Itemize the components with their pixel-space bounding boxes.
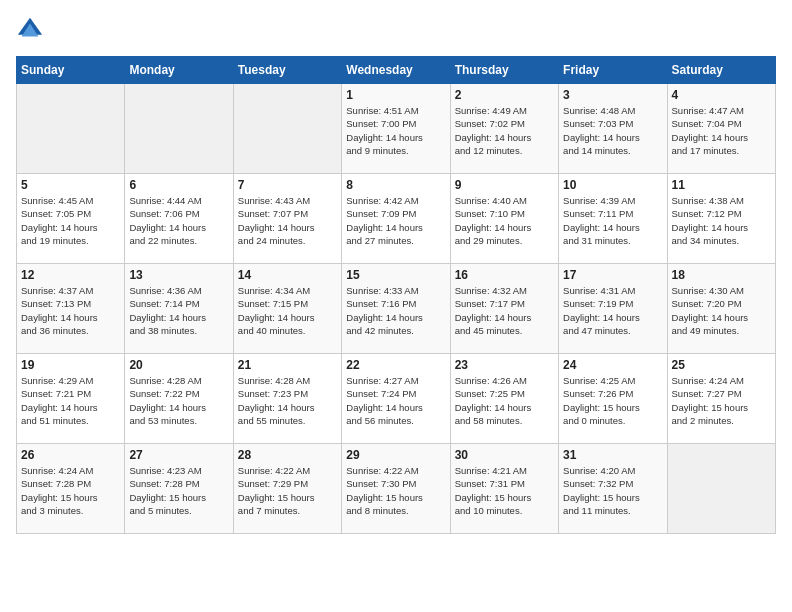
day-number: 25 <box>672 358 771 372</box>
day-info: Sunrise: 4:32 AM Sunset: 7:17 PM Dayligh… <box>455 284 554 337</box>
calendar-cell: 28Sunrise: 4:22 AM Sunset: 7:29 PM Dayli… <box>233 444 341 534</box>
calendar-cell: 24Sunrise: 4:25 AM Sunset: 7:26 PM Dayli… <box>559 354 667 444</box>
calendar-cell: 31Sunrise: 4:20 AM Sunset: 7:32 PM Dayli… <box>559 444 667 534</box>
day-info: Sunrise: 4:20 AM Sunset: 7:32 PM Dayligh… <box>563 464 662 517</box>
weekday-header-tuesday: Tuesday <box>233 57 341 84</box>
day-info: Sunrise: 4:29 AM Sunset: 7:21 PM Dayligh… <box>21 374 120 427</box>
day-info: Sunrise: 4:21 AM Sunset: 7:31 PM Dayligh… <box>455 464 554 517</box>
day-info: Sunrise: 4:47 AM Sunset: 7:04 PM Dayligh… <box>672 104 771 157</box>
week-row-5: 26Sunrise: 4:24 AM Sunset: 7:28 PM Dayli… <box>17 444 776 534</box>
day-info: Sunrise: 4:33 AM Sunset: 7:16 PM Dayligh… <box>346 284 445 337</box>
day-number: 30 <box>455 448 554 462</box>
weekday-header-monday: Monday <box>125 57 233 84</box>
weekday-header-friday: Friday <box>559 57 667 84</box>
day-info: Sunrise: 4:31 AM Sunset: 7:19 PM Dayligh… <box>563 284 662 337</box>
calendar-header: SundayMondayTuesdayWednesdayThursdayFrid… <box>17 57 776 84</box>
day-number: 6 <box>129 178 228 192</box>
day-info: Sunrise: 4:48 AM Sunset: 7:03 PM Dayligh… <box>563 104 662 157</box>
day-info: Sunrise: 4:45 AM Sunset: 7:05 PM Dayligh… <box>21 194 120 247</box>
calendar-cell: 29Sunrise: 4:22 AM Sunset: 7:30 PM Dayli… <box>342 444 450 534</box>
calendar-cell: 23Sunrise: 4:26 AM Sunset: 7:25 PM Dayli… <box>450 354 558 444</box>
calendar-cell: 15Sunrise: 4:33 AM Sunset: 7:16 PM Dayli… <box>342 264 450 354</box>
day-number: 9 <box>455 178 554 192</box>
day-number: 27 <box>129 448 228 462</box>
day-number: 31 <box>563 448 662 462</box>
day-info: Sunrise: 4:44 AM Sunset: 7:06 PM Dayligh… <box>129 194 228 247</box>
weekday-header-saturday: Saturday <box>667 57 775 84</box>
calendar-cell: 9Sunrise: 4:40 AM Sunset: 7:10 PM Daylig… <box>450 174 558 264</box>
weekday-header-thursday: Thursday <box>450 57 558 84</box>
day-info: Sunrise: 4:23 AM Sunset: 7:28 PM Dayligh… <box>129 464 228 517</box>
day-number: 23 <box>455 358 554 372</box>
day-info: Sunrise: 4:25 AM Sunset: 7:26 PM Dayligh… <box>563 374 662 427</box>
calendar-cell: 19Sunrise: 4:29 AM Sunset: 7:21 PM Dayli… <box>17 354 125 444</box>
calendar-cell <box>17 84 125 174</box>
day-info: Sunrise: 4:22 AM Sunset: 7:29 PM Dayligh… <box>238 464 337 517</box>
week-row-2: 5Sunrise: 4:45 AM Sunset: 7:05 PM Daylig… <box>17 174 776 264</box>
calendar-cell: 20Sunrise: 4:28 AM Sunset: 7:22 PM Dayli… <box>125 354 233 444</box>
day-number: 26 <box>21 448 120 462</box>
day-number: 16 <box>455 268 554 282</box>
day-info: Sunrise: 4:28 AM Sunset: 7:22 PM Dayligh… <box>129 374 228 427</box>
day-info: Sunrise: 4:42 AM Sunset: 7:09 PM Dayligh… <box>346 194 445 247</box>
page-header <box>16 16 776 44</box>
calendar-cell: 5Sunrise: 4:45 AM Sunset: 7:05 PM Daylig… <box>17 174 125 264</box>
calendar-body: 1Sunrise: 4:51 AM Sunset: 7:00 PM Daylig… <box>17 84 776 534</box>
day-number: 20 <box>129 358 228 372</box>
day-number: 4 <box>672 88 771 102</box>
day-number: 18 <box>672 268 771 282</box>
calendar-cell: 10Sunrise: 4:39 AM Sunset: 7:11 PM Dayli… <box>559 174 667 264</box>
day-info: Sunrise: 4:39 AM Sunset: 7:11 PM Dayligh… <box>563 194 662 247</box>
calendar-cell: 8Sunrise: 4:42 AM Sunset: 7:09 PM Daylig… <box>342 174 450 264</box>
calendar-cell: 16Sunrise: 4:32 AM Sunset: 7:17 PM Dayli… <box>450 264 558 354</box>
day-number: 12 <box>21 268 120 282</box>
day-number: 11 <box>672 178 771 192</box>
calendar-cell: 6Sunrise: 4:44 AM Sunset: 7:06 PM Daylig… <box>125 174 233 264</box>
calendar-cell: 14Sunrise: 4:34 AM Sunset: 7:15 PM Dayli… <box>233 264 341 354</box>
calendar-cell: 4Sunrise: 4:47 AM Sunset: 7:04 PM Daylig… <box>667 84 775 174</box>
day-info: Sunrise: 4:36 AM Sunset: 7:14 PM Dayligh… <box>129 284 228 337</box>
weekday-row: SundayMondayTuesdayWednesdayThursdayFrid… <box>17 57 776 84</box>
calendar-cell: 7Sunrise: 4:43 AM Sunset: 7:07 PM Daylig… <box>233 174 341 264</box>
day-info: Sunrise: 4:24 AM Sunset: 7:27 PM Dayligh… <box>672 374 771 427</box>
weekday-header-sunday: Sunday <box>17 57 125 84</box>
day-info: Sunrise: 4:26 AM Sunset: 7:25 PM Dayligh… <box>455 374 554 427</box>
calendar-cell: 13Sunrise: 4:36 AM Sunset: 7:14 PM Dayli… <box>125 264 233 354</box>
calendar-cell <box>233 84 341 174</box>
calendar-cell: 22Sunrise: 4:27 AM Sunset: 7:24 PM Dayli… <box>342 354 450 444</box>
calendar-cell: 30Sunrise: 4:21 AM Sunset: 7:31 PM Dayli… <box>450 444 558 534</box>
day-info: Sunrise: 4:49 AM Sunset: 7:02 PM Dayligh… <box>455 104 554 157</box>
day-info: Sunrise: 4:34 AM Sunset: 7:15 PM Dayligh… <box>238 284 337 337</box>
calendar-cell <box>125 84 233 174</box>
calendar-cell: 27Sunrise: 4:23 AM Sunset: 7:28 PM Dayli… <box>125 444 233 534</box>
calendar-cell: 21Sunrise: 4:28 AM Sunset: 7:23 PM Dayli… <box>233 354 341 444</box>
calendar-cell: 12Sunrise: 4:37 AM Sunset: 7:13 PM Dayli… <box>17 264 125 354</box>
calendar-table: SundayMondayTuesdayWednesdayThursdayFrid… <box>16 56 776 534</box>
calendar-cell: 26Sunrise: 4:24 AM Sunset: 7:28 PM Dayli… <box>17 444 125 534</box>
day-number: 1 <box>346 88 445 102</box>
day-info: Sunrise: 4:28 AM Sunset: 7:23 PM Dayligh… <box>238 374 337 427</box>
day-number: 29 <box>346 448 445 462</box>
day-info: Sunrise: 4:22 AM Sunset: 7:30 PM Dayligh… <box>346 464 445 517</box>
day-number: 3 <box>563 88 662 102</box>
day-number: 21 <box>238 358 337 372</box>
calendar-cell: 3Sunrise: 4:48 AM Sunset: 7:03 PM Daylig… <box>559 84 667 174</box>
calendar-cell: 2Sunrise: 4:49 AM Sunset: 7:02 PM Daylig… <box>450 84 558 174</box>
day-number: 19 <box>21 358 120 372</box>
calendar-cell: 11Sunrise: 4:38 AM Sunset: 7:12 PM Dayli… <box>667 174 775 264</box>
week-row-4: 19Sunrise: 4:29 AM Sunset: 7:21 PM Dayli… <box>17 354 776 444</box>
day-info: Sunrise: 4:51 AM Sunset: 7:00 PM Dayligh… <box>346 104 445 157</box>
calendar-cell: 18Sunrise: 4:30 AM Sunset: 7:20 PM Dayli… <box>667 264 775 354</box>
day-number: 14 <box>238 268 337 282</box>
week-row-1: 1Sunrise: 4:51 AM Sunset: 7:00 PM Daylig… <box>17 84 776 174</box>
calendar-cell: 1Sunrise: 4:51 AM Sunset: 7:00 PM Daylig… <box>342 84 450 174</box>
day-info: Sunrise: 4:38 AM Sunset: 7:12 PM Dayligh… <box>672 194 771 247</box>
day-number: 24 <box>563 358 662 372</box>
day-info: Sunrise: 4:43 AM Sunset: 7:07 PM Dayligh… <box>238 194 337 247</box>
day-number: 10 <box>563 178 662 192</box>
day-info: Sunrise: 4:24 AM Sunset: 7:28 PM Dayligh… <box>21 464 120 517</box>
weekday-header-wednesday: Wednesday <box>342 57 450 84</box>
day-number: 28 <box>238 448 337 462</box>
day-number: 15 <box>346 268 445 282</box>
day-info: Sunrise: 4:40 AM Sunset: 7:10 PM Dayligh… <box>455 194 554 247</box>
